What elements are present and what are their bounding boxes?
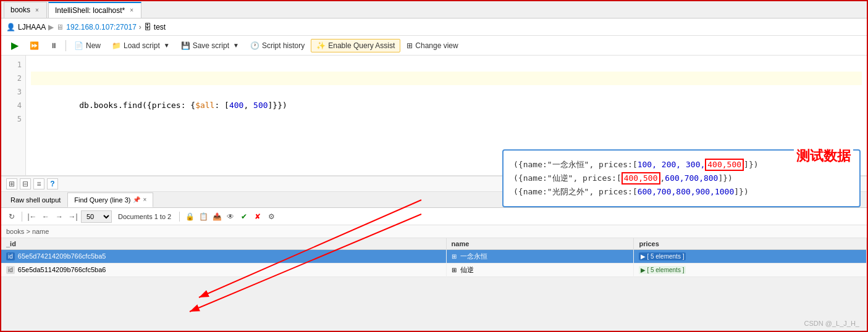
breadcrumb-user-icon: 👤	[6, 23, 15, 31]
id-badge-2: id	[6, 266, 15, 274]
arr-badge-2: ▶ [ 5 elements ]	[639, 266, 686, 274]
popup-text-2a: ({name:"仙逆", prices:[	[513, 172, 622, 185]
line-numbers: 1 2 3 4 5	[1, 56, 26, 175]
arr-badge-1: ▶ [ 5 elements ]	[639, 252, 686, 260]
collection-path-text: books > name	[6, 228, 49, 235]
name-icon-1: ⊞	[452, 253, 457, 260]
results-sep-1	[22, 212, 22, 222]
results-sep-2	[179, 212, 180, 222]
save-script-arrow: ▼	[233, 42, 239, 49]
stop-icon: ⏸	[50, 41, 57, 50]
popup-text-1c: ]})	[744, 158, 758, 172]
script-history-label: Script history	[262, 41, 305, 50]
tab-pin-icon: 📌	[133, 196, 140, 203]
step-forward-button[interactable]: ⏩	[25, 39, 44, 52]
settings-button[interactable]: ⚙	[266, 211, 277, 222]
page-size-select[interactable]: 50 100 200	[81, 210, 112, 223]
watermark: CSDN @_L_J_H_	[804, 320, 859, 327]
popup-line-2: ({name:"仙逆", prices:[400,500, 600,700,80…	[513, 172, 849, 185]
tab-find-query[interactable]: Find Query (line 3) 📌 ×	[67, 193, 153, 207]
refresh-button[interactable]: ↻	[6, 211, 17, 222]
annotation-title: 测试数据	[794, 149, 853, 163]
row2-name: ⊞ 仙逆	[446, 264, 634, 277]
new-label: New	[86, 41, 101, 50]
tab-intellishell[interactable]: IntelliShell: localhost* ×	[48, 2, 141, 18]
col-header-id[interactable]: _id	[1, 238, 446, 250]
popup-highlight-box-2: 400,500	[622, 172, 660, 185]
load-script-button[interactable]: 📁 Load script ▼	[107, 39, 175, 52]
stop-button[interactable]: ⏸	[45, 39, 62, 52]
code-line-2	[31, 72, 862, 85]
col-header-prices[interactable]: prices	[634, 238, 867, 250]
enable-query-assist-button[interactable]: ✨ Enable Query Assist	[311, 39, 400, 52]
table-row[interactable]: id 65e5d74214209b766cfc5ba5 ⊞ 一念永恒 ▶ [ 5…	[1, 250, 867, 264]
editor-icon-2[interactable]: ⊟	[20, 178, 31, 189]
raw-shell-tab-label: Raw shell output	[11, 196, 61, 204]
load-script-arrow: ▼	[164, 42, 170, 49]
popup-text-2c: 600,700,800	[665, 172, 718, 185]
toolbar-sep-1	[65, 40, 66, 51]
new-button[interactable]: 📄 New	[69, 39, 106, 52]
intellishell-tab-label: IntelliShell: localhost*	[55, 6, 125, 15]
breadcrumb-arrow1: ▶	[48, 23, 54, 31]
script-history-button[interactable]: 🕐 Script history	[245, 39, 310, 52]
app-window: books × IntelliShell: localhost* × 👤 LJH…	[0, 0, 868, 332]
breadcrumb-db: test	[154, 23, 166, 31]
step-forward-icon: ⏩	[30, 41, 39, 50]
delete-button[interactable]: ✘	[252, 211, 263, 222]
code-line-1	[31, 58, 862, 72]
save-script-button[interactable]: 💾 Save script ▼	[176, 39, 244, 52]
editor-icon-help[interactable]: ?	[47, 178, 58, 189]
intellishell-tab-close[interactable]: ×	[129, 6, 135, 14]
popup-text-3c: ]})	[734, 185, 748, 199]
breadcrumb-host-icon: 🖥	[56, 23, 64, 31]
popup-text-2d: ]})	[718, 172, 732, 185]
load-script-icon: 📁	[112, 41, 121, 50]
col-header-name[interactable]: name	[446, 238, 634, 250]
row1-prices: ▶ [ 5 elements ]	[634, 250, 867, 264]
query-assist-icon: ✨	[316, 41, 326, 50]
change-view-label: Change view	[415, 41, 458, 50]
tab-bar: books × IntelliShell: localhost* ×	[1, 1, 867, 19]
save-script-icon: 💾	[181, 41, 190, 50]
editor-icon-3[interactable]: ≡	[33, 178, 44, 189]
enable-query-assist-label: Enable Query Assist	[328, 41, 395, 50]
run-icon: ▶	[11, 39, 19, 51]
editor-icon-1[interactable]: ⊞	[6, 178, 17, 189]
breadcrumb-db-icon: 🗄	[144, 23, 151, 31]
find-query-tab-close[interactable]: ×	[143, 196, 146, 203]
table-row[interactable]: id 65e5da5114209b766cfc5ba6 ⊞ 仙逆 ▶ [ 5 e…	[1, 264, 867, 277]
popup-text-1a: ({name:"一念永恒", prices:[	[513, 158, 638, 172]
nav-prev-button[interactable]: ←	[40, 211, 51, 222]
run-button[interactable]: ▶	[6, 38, 23, 53]
popup-text-1b: 100, 200, 300,	[638, 158, 706, 172]
books-tab-close[interactable]: ×	[34, 6, 40, 14]
load-script-label: Load script	[124, 41, 160, 50]
nav-last-button[interactable]: →|	[67, 211, 78, 222]
name-icon-2: ⊞	[452, 267, 457, 273]
check-button[interactable]: ✔	[238, 211, 250, 222]
collection-path: books > name	[1, 225, 867, 238]
change-view-button[interactable]: ⊞ Change view	[402, 39, 463, 52]
results-table: _id name prices id 65e5d74214209b766cfc5…	[1, 238, 867, 277]
breadcrumb: 👤 LJHAAA ▶ 🖥 192.168.0.107:27017 › 🗄 tes…	[1, 19, 867, 36]
popup-text-2b: ,	[660, 172, 665, 185]
nav-first-button[interactable]: |←	[27, 211, 38, 222]
nav-next-button[interactable]: →	[54, 211, 65, 222]
row2-prices: ▶ [ 5 elements ]	[634, 264, 867, 277]
breadcrumb-host[interactable]: 192.168.0.107:27017	[66, 23, 136, 31]
breadcrumb-user: LJHAAA	[18, 23, 46, 31]
copy-button[interactable]: 📋	[198, 211, 209, 222]
breadcrumb-sep: ›	[139, 23, 141, 31]
row2-id: id 65e5da5114209b766cfc5ba6	[1, 264, 446, 277]
export-button[interactable]: 📤	[211, 211, 222, 222]
tab-raw-shell[interactable]: Raw shell output	[4, 193, 67, 207]
change-view-icon: ⊞	[407, 41, 413, 50]
code-line-4	[31, 126, 862, 139]
code-line-3-text: db.books.find({prices: {$all: [400, 500]…	[31, 85, 287, 126]
tab-books[interactable]: books ×	[4, 2, 47, 18]
results-toolbar: ↻ |← ← → →| 50 100 200 Documents 1 to 2 …	[1, 208, 867, 225]
view-button[interactable]: 👁	[225, 211, 236, 222]
popup-highlight-box-1: 400,500	[705, 159, 744, 171]
row1-id: id 65e5d74214209b766cfc5ba5	[1, 250, 446, 264]
